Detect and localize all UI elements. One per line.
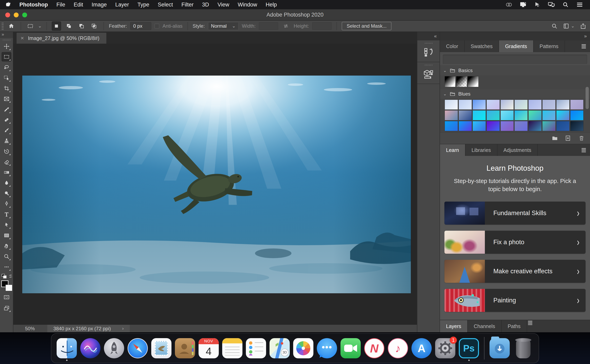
foreground-background-swatches[interactable]	[1, 280, 12, 291]
tab-swatches[interactable]: Swatches	[465, 40, 499, 52]
gradient-swatch[interactable]	[473, 100, 486, 110]
history-panel-icon[interactable]	[423, 47, 434, 58]
default-and-swap-colors[interactable]	[1, 273, 12, 279]
gradient-swatch-black-white-2[interactable]	[468, 76, 478, 87]
spot-healing-brush-tool[interactable]	[2, 115, 11, 124]
workspace-switcher-icon[interactable]	[563, 23, 569, 29]
gradient-swatch[interactable]	[459, 121, 472, 131]
tool-preset-chevron[interactable]: ⌄	[38, 23, 42, 29]
gradient-swatch[interactable]	[529, 121, 542, 131]
lasso-tool[interactable]	[2, 63, 11, 72]
dock-messages[interactable]: •••	[317, 338, 337, 358]
menu-item[interactable]: Help	[266, 2, 277, 8]
new-gradient-icon[interactable]	[565, 135, 571, 141]
chevron-down-icon[interactable]: ⌄	[443, 91, 447, 96]
tab-layers[interactable]: Layers	[440, 320, 468, 332]
dock-contacts[interactable]	[175, 338, 195, 358]
move-tool[interactable]	[2, 42, 11, 51]
menu-item[interactable]: Photoshop	[20, 2, 48, 8]
minimize-window-button[interactable]	[14, 13, 19, 17]
dock-reminders[interactable]	[246, 338, 266, 358]
rectangular-marquee-tool[interactable]	[2, 52, 11, 61]
gradient-swatch[interactable]	[543, 100, 555, 110]
notification-list-icon[interactable]	[576, 2, 583, 8]
left-rail-expand[interactable]: »	[0, 32, 13, 38]
sidecar-displays-icon[interactable]	[548, 2, 555, 8]
gradient-swatch[interactable]	[557, 110, 569, 120]
feather-input[interactable]: 0 px	[130, 22, 151, 30]
screen-mode-button[interactable]	[2, 303, 11, 313]
quick-mask-button[interactable]	[2, 292, 11, 302]
gradient-swatch[interactable]	[570, 110, 583, 120]
select-and-mask-button[interactable]: Select and Mask...	[342, 22, 391, 30]
tab-paths[interactable]: Paths	[502, 320, 527, 332]
dock-downloads[interactable]	[490, 338, 510, 358]
menu-item[interactable]: Filter	[181, 2, 193, 8]
gradient-swatch[interactable]	[501, 121, 514, 131]
gradient-swatch[interactable]	[473, 121, 486, 131]
learn-card-fix-a-photo[interactable]: Fix a photo ›	[444, 231, 586, 254]
layers-panel-menu-icon[interactable]	[527, 320, 533, 332]
history-panel-collapsed[interactable]	[417, 40, 440, 62]
pen-tool[interactable]	[2, 199, 11, 208]
gradient-swatch[interactable]	[501, 100, 514, 110]
anti-alias-checkbox[interactable]	[154, 24, 159, 28]
gradient-swatch[interactable]	[529, 100, 542, 110]
tab-adjustments[interactable]: Adjustments	[497, 144, 538, 156]
gradient-swatch[interactable]	[557, 121, 569, 131]
tab-patterns[interactable]: Patterns	[534, 40, 565, 52]
tab-gradients[interactable]: Gradients	[499, 40, 533, 52]
style-select[interactable]: Normal ⌄	[208, 22, 239, 30]
search-icon[interactable]	[551, 23, 558, 29]
dock-trash[interactable]	[513, 338, 533, 358]
gradient-swatch[interactable]	[487, 100, 500, 110]
dock-news[interactable]: N	[364, 338, 384, 358]
menu-item[interactable]: Edit	[74, 2, 83, 8]
zoom-window-button[interactable]	[22, 13, 27, 17]
learn-panel-menu-icon[interactable]	[581, 144, 590, 156]
eyedropper-tool[interactable]	[2, 105, 11, 114]
3d-properties-panel-icon[interactable]	[423, 69, 434, 80]
learn-card-painting[interactable]: Painting ›	[444, 289, 586, 312]
menu-item[interactable]: File	[56, 2, 65, 8]
dock-finder[interactable]	[57, 338, 77, 358]
canvas-area[interactable]	[13, 44, 417, 325]
tool-preset-marquee-icon[interactable]	[26, 22, 35, 31]
selection-mode-intersect[interactable]	[89, 21, 99, 31]
dock-mail[interactable]	[151, 338, 172, 358]
dock-photoshop[interactable]: Ps	[459, 338, 479, 358]
menu-item[interactable]: Select	[158, 2, 173, 8]
tab-channels[interactable]: Channels	[468, 320, 502, 332]
path-selection-tool[interactable]	[2, 220, 11, 229]
collapse-panels-button[interactable]: «	[417, 32, 440, 40]
hand-tool[interactable]	[2, 241, 11, 250]
selection-mode-add[interactable]	[64, 21, 73, 31]
tab-libraries[interactable]: Libraries	[465, 144, 497, 156]
gradient-swatch[interactable]	[570, 100, 583, 110]
menu-item[interactable]: Image	[92, 2, 107, 8]
brush-tool[interactable]	[2, 126, 11, 135]
dock-itunes[interactable]: ♪	[388, 338, 408, 358]
edit-toolbar-button[interactable]	[2, 262, 11, 272]
gradient-swatch[interactable]	[543, 121, 555, 131]
home-button[interactable]	[7, 22, 16, 31]
gradient-swatch-black-transparent[interactable]	[456, 76, 467, 87]
collapse-right-panels-button[interactable]: »	[440, 32, 590, 40]
menu-item[interactable]: Window	[238, 2, 257, 8]
delete-icon[interactable]	[578, 135, 585, 141]
dock-calendar[interactable]: NOV 4	[199, 338, 219, 358]
dock-photos[interactable]	[293, 338, 313, 358]
tab-close-icon[interactable]: ×	[21, 35, 24, 41]
document-dimensions[interactable]: 3840 px x 2160 px (72 ppi) ›	[47, 325, 130, 332]
menu-item[interactable]: 3D	[202, 2, 209, 8]
gradient-swatch[interactable]	[515, 121, 528, 131]
dock-safari[interactable]	[128, 338, 148, 358]
dodge-tool[interactable]	[2, 189, 11, 198]
blur-tool[interactable]	[2, 178, 11, 188]
spotlight-icon[interactable]	[562, 2, 569, 8]
object-selection-tool[interactable]	[2, 73, 11, 82]
crop-tool[interactable]	[2, 84, 11, 93]
swap-width-height-icon[interactable]	[281, 22, 290, 31]
creative-cloud-icon[interactable]	[505, 2, 512, 8]
apple-menu-icon[interactable]	[6, 2, 11, 8]
